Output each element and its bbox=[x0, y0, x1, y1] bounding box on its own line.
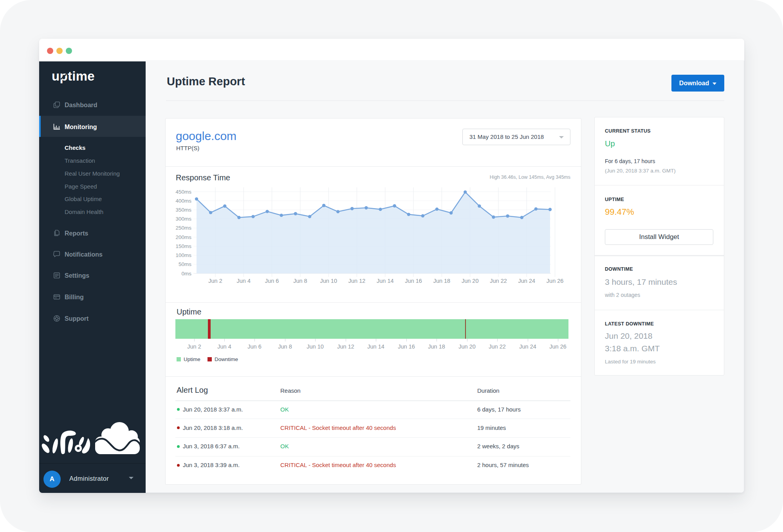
svg-text:Jun 14: Jun 14 bbox=[377, 278, 394, 284]
svg-text:Jun 2: Jun 2 bbox=[208, 278, 222, 284]
svg-text:200ms: 200ms bbox=[175, 234, 191, 240]
svg-text:Jun 26: Jun 26 bbox=[547, 278, 564, 284]
svg-text:300ms: 300ms bbox=[175, 216, 191, 222]
svg-text:Jun 6: Jun 6 bbox=[265, 278, 279, 284]
svg-text:Jun 4: Jun 4 bbox=[237, 278, 251, 284]
svg-text:400ms: 400ms bbox=[175, 198, 191, 204]
svg-text:150ms: 150ms bbox=[175, 243, 191, 249]
svg-text:Jun 12: Jun 12 bbox=[348, 278, 366, 284]
svg-text:Jun 24: Jun 24 bbox=[518, 278, 536, 284]
svg-text:Jun 18: Jun 18 bbox=[433, 278, 451, 284]
svg-text:Jun 10: Jun 10 bbox=[320, 278, 337, 284]
svg-text:250ms: 250ms bbox=[175, 225, 191, 231]
svg-text:100ms: 100ms bbox=[175, 252, 191, 258]
svg-text:350ms: 350ms bbox=[175, 207, 191, 213]
svg-text:50ms: 50ms bbox=[179, 261, 191, 267]
svg-text:450ms: 450ms bbox=[175, 189, 191, 195]
svg-text:Jun 20: Jun 20 bbox=[462, 278, 479, 284]
svg-text:0ms: 0ms bbox=[181, 271, 191, 277]
svg-text:Jun 8: Jun 8 bbox=[293, 278, 307, 284]
svg-text:Jun 22: Jun 22 bbox=[490, 278, 507, 284]
svg-text:Jun 16: Jun 16 bbox=[405, 278, 422, 284]
